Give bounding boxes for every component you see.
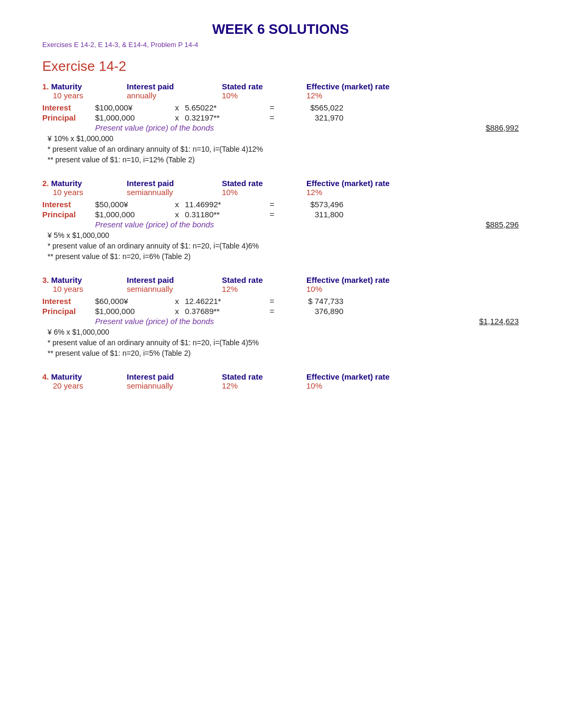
col-effective-header-3: Effective (market) rate 10% bbox=[306, 275, 423, 293]
pv-value-3: $1,124,623 bbox=[455, 317, 519, 326]
principal-row-label-2: Principal bbox=[42, 210, 95, 219]
problem-3: 3. Maturity 10 years Interest paid semia… bbox=[42, 275, 519, 357]
footnote-1-2: * present value of an ordinary annuity o… bbox=[48, 145, 519, 153]
footnote-3-1: ¥ 6% x $1,000,000 bbox=[48, 328, 519, 336]
interest-val-3: semiannually bbox=[127, 284, 173, 293]
interest-row-label-2: Interest bbox=[42, 200, 95, 209]
principal-row-x-1: x bbox=[169, 113, 185, 122]
interest-row-label-3: Interest bbox=[42, 297, 95, 306]
footnote-1-1: ¥ 10% x $1,000,000 bbox=[48, 134, 519, 143]
problem-header-2: 2. Maturity 10 years Interest paid semia… bbox=[42, 179, 519, 197]
interest-label-1: Interest paid bbox=[127, 82, 174, 91]
principal-row-value-1: $1,000,000 bbox=[95, 113, 169, 122]
problem-num-4: 4. bbox=[42, 372, 49, 381]
col-stated-header-4: Stated rate 12% bbox=[222, 372, 306, 390]
problem-header-4: 4. Maturity 20 years Interest paid semia… bbox=[42, 372, 519, 390]
problem-2: 2. Maturity 10 years Interest paid semia… bbox=[42, 179, 519, 261]
stated-val-3: 12% bbox=[222, 284, 238, 293]
pv-row-2: Present value (price) of the bonds $885,… bbox=[42, 220, 519, 229]
interest-row-value-3: $60,000¥ bbox=[95, 297, 169, 306]
interest-label-4: Interest paid bbox=[127, 372, 174, 381]
problem-header-1: 1. Maturity 10 years Interest paid annua… bbox=[42, 82, 519, 100]
footnote-2-1: ¥ 5% x $1,000,000 bbox=[48, 231, 519, 239]
subtitle: Exercises E 14-2, E 14-3, & E14-4, Probl… bbox=[42, 41, 519, 49]
principal-row-eq-1: = bbox=[264, 113, 280, 122]
footnote-2-3: ** present value of $1: n=20, i=6% (Tabl… bbox=[48, 252, 519, 261]
principal-row-factor-2: 0.31180** bbox=[185, 210, 264, 219]
principal-row-label-3: Principal bbox=[42, 307, 95, 316]
pv-row-1: Present value (price) of the bonds $886,… bbox=[42, 123, 519, 132]
col-interest-header-1: Interest paid annually bbox=[127, 82, 222, 100]
interest-val-2: semiannually bbox=[127, 188, 173, 197]
interest-row-label-1: Interest bbox=[42, 103, 95, 112]
pv-value-2: $885,296 bbox=[455, 220, 519, 229]
interest-row-factor-2: 11.46992* bbox=[185, 200, 264, 209]
footnote-1-3: ** present value of $1: n=10, i=12% (Tab… bbox=[48, 155, 519, 164]
stated-label-1: Stated rate bbox=[222, 82, 263, 91]
principal-row-x-3: x bbox=[169, 307, 185, 316]
footnote-2-2: * present value of an ordinary annuity o… bbox=[48, 242, 519, 250]
interest-row-x-3: x bbox=[169, 297, 185, 306]
interest-row-factor-1: 5.65022* bbox=[185, 103, 264, 112]
maturity-label-2: Maturity bbox=[51, 179, 82, 188]
problem-header-3: 3. Maturity 10 years Interest paid semia… bbox=[42, 275, 519, 293]
effective-val-4: 10% bbox=[306, 381, 322, 390]
stated-label-3: Stated rate bbox=[222, 275, 263, 284]
maturity-label-1: Maturity bbox=[51, 82, 82, 91]
effective-val-3: 10% bbox=[306, 284, 322, 293]
interest-val-1: annually bbox=[127, 91, 156, 100]
interest-row-value-2: $50,000¥ bbox=[95, 200, 169, 209]
stated-label-2: Stated rate bbox=[222, 179, 263, 188]
stated-label-4: Stated rate bbox=[222, 372, 263, 381]
col-interest-header-4: Interest paid semiannually bbox=[127, 372, 222, 390]
footnote-3-2: * present value of an ordinary annuity o… bbox=[48, 338, 519, 347]
maturity-val-1: 10 years bbox=[53, 91, 83, 100]
principal-row-1: Principal $1,000,000 x 0.32197** = 321,9… bbox=[42, 113, 519, 122]
interest-row-factor-3: 12.46221* bbox=[185, 297, 264, 306]
col-maturity-header-4: 4. Maturity 20 years bbox=[42, 372, 127, 390]
principal-row-result-2: 311,800 bbox=[280, 210, 343, 219]
problem-num-1: 1. bbox=[42, 82, 49, 91]
pv-row-3: Present value (price) of the bonds $1,12… bbox=[42, 317, 519, 326]
effective-label-1: Effective (market) rate bbox=[306, 82, 390, 91]
col-maturity-header-2: 2. Maturity 10 years bbox=[42, 179, 127, 197]
col-effective-header-2: Effective (market) rate 12% bbox=[306, 179, 423, 197]
problem-1: 1. Maturity 10 years Interest paid annua… bbox=[42, 82, 519, 164]
col-stated-header-1: Stated rate 10% bbox=[222, 82, 306, 100]
maturity-label-3: Maturity bbox=[51, 275, 82, 284]
interest-row-eq-3: = bbox=[264, 297, 280, 306]
interest-row-x-1: x bbox=[169, 103, 185, 112]
interest-row-x-2: x bbox=[169, 200, 185, 209]
principal-row-eq-3: = bbox=[264, 307, 280, 316]
effective-label-3: Effective (market) rate bbox=[306, 275, 390, 284]
principal-row-3: Principal $1,000,000 x 0.37689** = 376,8… bbox=[42, 307, 519, 316]
interest-row-1: Interest $100,000¥ x 5.65022* = $565,022 bbox=[42, 103, 519, 112]
col-interest-header-3: Interest paid semiannually bbox=[127, 275, 222, 293]
principal-row-value-2: $1,000,000 bbox=[95, 210, 169, 219]
effective-label-4: Effective (market) rate bbox=[306, 372, 390, 381]
col-effective-header-4: Effective (market) rate 10% bbox=[306, 372, 423, 390]
pv-label-3: Present value (price) of the bonds bbox=[95, 317, 455, 326]
maturity-label-4: Maturity bbox=[51, 372, 82, 381]
principal-row-label-1: Principal bbox=[42, 113, 95, 122]
interest-label-3: Interest paid bbox=[127, 275, 174, 284]
principal-row-2: Principal $1,000,000 x 0.31180** = 311,8… bbox=[42, 210, 519, 219]
interest-row-2: Interest $50,000¥ x 11.46992* = $573,496 bbox=[42, 200, 519, 209]
interest-row-value-1: $100,000¥ bbox=[95, 103, 169, 112]
stated-val-4: 12% bbox=[222, 381, 238, 390]
interest-row-result-2: $573,496 bbox=[280, 200, 343, 209]
interest-row-eq-1: = bbox=[264, 103, 280, 112]
page-title: WEEK 6 SOLUTIONS bbox=[42, 21, 519, 38]
problem-num-2: 2. bbox=[42, 179, 49, 188]
interest-row-result-3: $ 747,733 bbox=[280, 297, 343, 306]
principal-row-result-3: 376,890 bbox=[280, 307, 343, 316]
interest-row-result-1: $565,022 bbox=[280, 103, 343, 112]
interest-label-2: Interest paid bbox=[127, 179, 174, 188]
col-effective-header-1: Effective (market) rate 12% bbox=[306, 82, 423, 100]
principal-row-value-3: $1,000,000 bbox=[95, 307, 169, 316]
principal-row-eq-2: = bbox=[264, 210, 280, 219]
effective-label-2: Effective (market) rate bbox=[306, 179, 390, 188]
problem-num-3: 3. bbox=[42, 275, 49, 284]
col-stated-header-3: Stated rate 12% bbox=[222, 275, 306, 293]
exercise-title: Exercise 14-2 bbox=[42, 58, 519, 75]
